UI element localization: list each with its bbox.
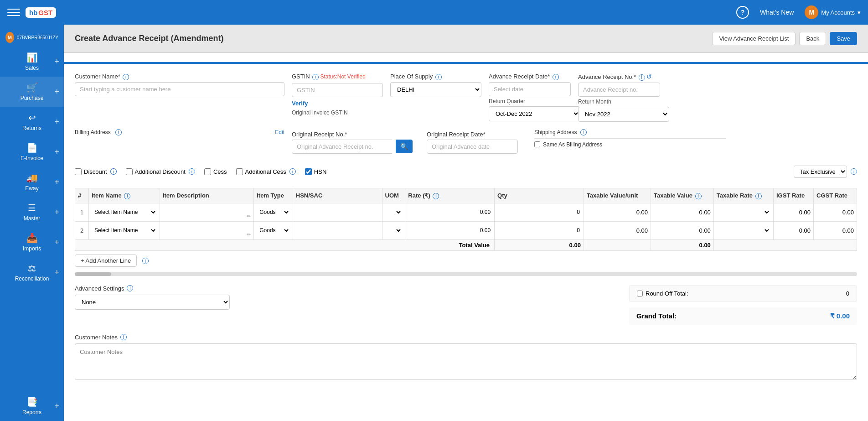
help-icon[interactable]: ? (736, 6, 749, 19)
sidebar-item-eway[interactable]: 🚚 Eway + (0, 167, 64, 197)
item-name-select[interactable]: Select Item Name (92, 226, 157, 235)
logo[interactable]: hbGST (26, 7, 56, 18)
sidebar-item-reconciliation[interactable]: ⚖ Reconciliation + (0, 257, 64, 287)
place-of-supply-info-icon[interactable]: i (435, 74, 442, 80)
row-item-type[interactable]: Goods (254, 221, 293, 239)
edit-desc-icon[interactable]: ✏ (247, 213, 251, 219)
additional-discount-checkbox[interactable] (126, 168, 133, 175)
hsn-input[interactable] (296, 226, 379, 234)
my-accounts-menu[interactable]: M My Accounts ▾ (805, 5, 861, 19)
advance-date-info-icon[interactable]: i (553, 74, 559, 80)
row-item-name[interactable]: Select Item Name (89, 221, 160, 239)
customer-name-info-icon[interactable]: i (123, 74, 129, 80)
notes-info-icon[interactable]: i (120, 334, 127, 340)
sales-plus-icon[interactable]: + (54, 57, 59, 67)
additional-cess-checkbox[interactable] (236, 168, 243, 175)
row-hsn[interactable] (293, 221, 382, 239)
item-desc-input[interactable] (163, 223, 251, 232)
hsn-input[interactable] (296, 208, 379, 216)
reports-plus-icon[interactable]: + (54, 401, 59, 411)
advanced-settings-select[interactable]: None (75, 295, 230, 310)
cess-checkbox[interactable] (204, 168, 211, 175)
eway-plus-icon[interactable]: + (54, 177, 59, 187)
add-line-info-icon[interactable]: i (142, 258, 149, 264)
qty-input[interactable] (497, 208, 581, 216)
taxable-rate-select[interactable] (717, 208, 770, 217)
row-taxable-rate[interactable] (713, 221, 773, 239)
back-button[interactable]: Back (799, 32, 826, 45)
edit-billing-link[interactable]: Edit (275, 129, 284, 135)
row-qty[interactable] (495, 203, 584, 221)
gstin-input[interactable] (292, 83, 383, 97)
master-plus-icon[interactable]: + (54, 208, 59, 217)
rate-input[interactable] (408, 208, 491, 216)
billing-address-info-icon[interactable]: i (115, 129, 122, 135)
sidebar-item-imports[interactable]: 📥 Imports + (0, 227, 64, 257)
qty-input[interactable] (497, 226, 581, 234)
additional-cess-info-icon[interactable]: i (289, 168, 296, 175)
row-uom[interactable] (382, 203, 405, 221)
refresh-icon[interactable]: ↺ (646, 73, 652, 80)
return-quarter-select[interactable]: Oct-Dec 2022 (489, 106, 580, 121)
uom-select[interactable] (385, 226, 403, 235)
sidebar-item-returns[interactable]: ↩ Returns + (0, 107, 64, 137)
row-rate[interactable] (405, 221, 495, 239)
original-receipt-date-input[interactable] (427, 140, 518, 154)
return-month-select[interactable]: Nov 2022 (578, 107, 669, 122)
same-as-billing-checkbox[interactable] (534, 141, 540, 147)
row-item-name[interactable]: Select Item Name (89, 203, 160, 221)
view-list-button[interactable]: View Advance Receipt List (712, 32, 796, 45)
sidebar-item-sales[interactable]: 📊 Sales + (0, 47, 64, 77)
save-button[interactable]: Save (830, 32, 857, 45)
original-receipt-no-input[interactable] (292, 140, 392, 154)
table-scrollbar[interactable] (75, 272, 857, 276)
row-rate[interactable] (405, 203, 495, 221)
tax-exclusive-select[interactable]: Tax Exclusive (794, 166, 847, 178)
round-off-checkbox[interactable] (637, 291, 643, 296)
whats-new-link[interactable]: What's New (760, 9, 794, 16)
advance-receipt-date-input[interactable] (489, 82, 571, 96)
sidebar-item-einvoice[interactable]: 📄 E-Invoice + (0, 137, 64, 167)
row-item-desc[interactable]: ✏ (160, 221, 253, 239)
item-desc-input[interactable] (163, 205, 251, 213)
returns-plus-icon[interactable]: + (54, 117, 59, 127)
einvoice-plus-icon[interactable]: + (54, 147, 59, 157)
add-another-line-button[interactable]: + Add Another Line (75, 255, 137, 267)
customer-name-input[interactable] (75, 82, 284, 96)
sidebar-item-purchase[interactable]: 🛒 Purchase + (0, 77, 64, 107)
search-receipt-button[interactable]: 🔍 (396, 140, 413, 153)
taxable-rate-select[interactable] (717, 226, 770, 235)
shipping-address-info-icon[interactable]: i (580, 129, 587, 135)
imports-plus-icon[interactable]: + (54, 238, 59, 247)
row-item-desc[interactable]: ✏ (160, 203, 253, 221)
user-avatar: M (805, 5, 818, 19)
row-qty[interactable] (495, 221, 584, 239)
additional-discount-info-icon[interactable]: i (189, 168, 195, 175)
hsn-checkbox[interactable] (305, 168, 312, 175)
discount-info-icon[interactable]: i (110, 168, 117, 175)
tax-type-info-icon[interactable]: i (851, 168, 857, 175)
item-type-select[interactable]: Goods (257, 208, 290, 217)
place-of-supply-select[interactable]: DELHI (390, 82, 481, 97)
uom-select[interactable] (385, 208, 403, 217)
customer-notes-textarea[interactable] (75, 343, 857, 380)
advance-receipt-no-input[interactable] (578, 83, 660, 97)
edit-desc-icon[interactable]: ✏ (247, 232, 251, 238)
advanced-settings-info-icon[interactable]: i (127, 285, 133, 291)
discount-checkbox[interactable] (75, 168, 82, 175)
verify-link[interactable]: Verify (292, 100, 383, 107)
gstin-info-icon[interactable]: i (312, 74, 319, 80)
item-type-select[interactable]: Goods (257, 226, 290, 235)
item-name-select[interactable]: Select Item Name (92, 208, 157, 217)
reconciliation-plus-icon[interactable]: + (54, 268, 59, 277)
rate-input[interactable] (408, 226, 491, 234)
row-hsn[interactable] (293, 203, 382, 221)
sidebar-item-reports[interactable]: 📑 Reports + (0, 391, 64, 421)
purchase-plus-icon[interactable]: + (54, 87, 59, 97)
row-taxable-rate[interactable] (713, 203, 773, 221)
sidebar-item-master[interactable]: ☰ Master + (0, 197, 64, 227)
row-uom[interactable] (382, 221, 405, 239)
hamburger-menu[interactable] (7, 6, 20, 19)
row-item-type[interactable]: Goods (254, 203, 293, 221)
advance-no-info-icon[interactable]: i (639, 74, 645, 81)
